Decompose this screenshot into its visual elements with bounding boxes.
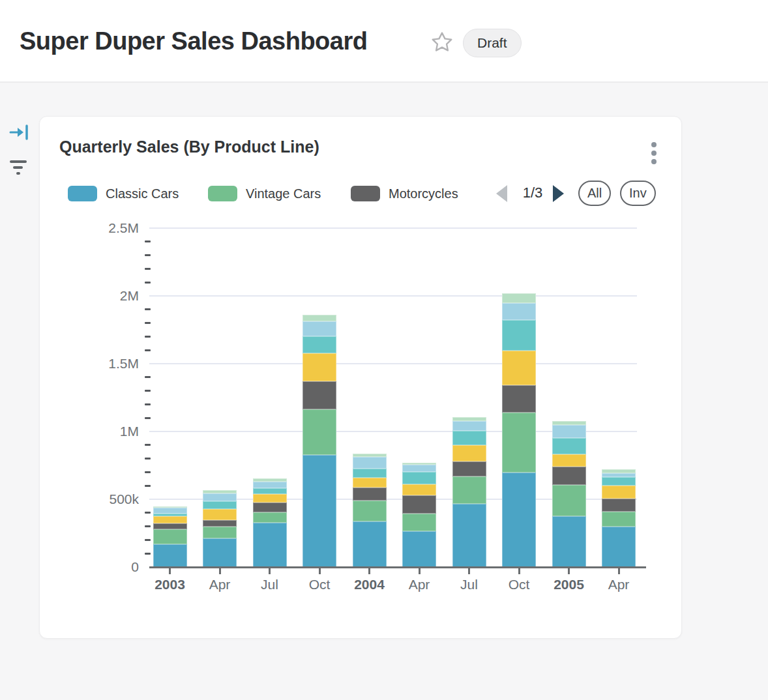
y-axis-label-2M: 2M (79, 288, 139, 304)
y-axis-minor-tick (145, 308, 151, 310)
bar-segment-Vintage Cars-Apr[interactable] (602, 512, 636, 527)
bar-segment-unlabeled (pale green)-Apr[interactable] (402, 463, 436, 465)
bar-segment-unlabeled (teal)-Oct[interactable] (502, 320, 536, 350)
gridline-2.5M (149, 227, 637, 229)
status-badge: Draft (463, 29, 522, 57)
y-axis-label-500k: 500k (79, 491, 139, 507)
bar-segment-unlabeled (teal)-Oct[interactable] (303, 336, 336, 353)
bar-segment-unlabeled (yellow)-Jul[interactable] (452, 445, 486, 461)
y-axis-label-0: 0 (79, 559, 139, 575)
bar-segment-unlabeled (pale green)-2003[interactable] (153, 506, 187, 508)
y-axis-label-1M: 1M (79, 424, 139, 439)
filter-icon[interactable] (7, 158, 30, 179)
bar-segment-unlabeled (teal)-2003[interactable] (153, 514, 187, 516)
bar-segment-Classic Cars-Jul[interactable] (452, 504, 486, 567)
bar-segment-unlabeled (pale green)-2005[interactable] (552, 421, 586, 425)
bar-segment-Classic Cars-Apr[interactable] (602, 527, 636, 567)
bar-segment-unlabeled (light blue)-Apr[interactable] (602, 473, 636, 477)
y-axis-minor-tick (145, 444, 151, 446)
bar-segment-Vintage Cars-2003[interactable] (153, 529, 187, 544)
bar-segment-Vintage Cars-2004[interactable] (353, 501, 387, 521)
bar-segment-unlabeled (teal)-Jul[interactable] (452, 431, 486, 445)
bar-segment-unlabeled (light blue)-Oct[interactable] (303, 321, 336, 336)
bar-segment-unlabeled (light blue)-2003[interactable] (153, 508, 187, 514)
page-header: Super Duper Sales Dashboard Draft (0, 0, 768, 83)
bar-segment-Classic Cars-Oct[interactable] (502, 473, 536, 567)
bar-segment-Vintage Cars-2005[interactable] (552, 485, 586, 516)
x-axis-tick (269, 568, 271, 574)
bar-segment-unlabeled (light blue)-Jul[interactable] (452, 421, 486, 430)
bar-segment-unlabeled (pale green)-Jul[interactable] (253, 478, 287, 482)
bar-segment-Motorcycles-Apr[interactable] (402, 495, 436, 514)
bar-segment-Motorcycles-Apr[interactable] (602, 499, 636, 512)
bar-segment-Classic Cars-Apr[interactable] (402, 531, 436, 567)
bar-segment-Motorcycles-2003[interactable] (153, 523, 187, 529)
y-axis-minor-tick (145, 471, 151, 473)
bar-segment-unlabeled (light blue)-Apr[interactable] (203, 493, 237, 501)
y-axis-minor-tick (145, 282, 151, 284)
bar-segment-unlabeled (pale green)-Apr[interactable] (602, 469, 636, 473)
bar-segment-Classic Cars-2005[interactable] (552, 516, 586, 567)
bar-segment-Vintage Cars-Oct[interactable] (502, 413, 536, 473)
bar-segment-Motorcycles-Jul[interactable] (253, 503, 287, 512)
bar-segment-Vintage Cars-Apr[interactable] (203, 527, 237, 539)
bar-segment-unlabeled (pale green)-2004[interactable] (353, 454, 387, 457)
bar-segment-unlabeled (yellow)-Apr[interactable] (602, 486, 636, 499)
y-axis-minor-tick (145, 390, 151, 392)
bar-segment-Classic Cars-Oct[interactable] (303, 455, 336, 567)
bar-segment-unlabeled (yellow)-2003[interactable] (153, 516, 187, 523)
y-axis-minor-tick (145, 254, 151, 256)
collapse-panel-icon[interactable] (8, 123, 31, 143)
bar-segment-unlabeled (pale green)-Jul[interactable] (452, 417, 486, 422)
bar-segment-Motorcycles-2004[interactable] (353, 488, 387, 500)
star-outline-icon (430, 31, 454, 54)
y-axis-minor-tick (145, 241, 151, 242)
y-axis-minor-tick (145, 525, 151, 527)
bar-segment-unlabeled (yellow)-Apr[interactable] (203, 509, 237, 521)
bar-segment-unlabeled (teal)-Jul[interactable] (253, 488, 287, 495)
bar-segment-unlabeled (pale green)-Oct[interactable] (303, 315, 336, 321)
y-axis-minor-tick (145, 336, 151, 338)
bar-segment-Classic Cars-2004[interactable] (353, 521, 387, 567)
bar-segment-Motorcycles-2005[interactable] (552, 467, 586, 485)
bar-segment-Vintage Cars-Apr[interactable] (402, 514, 436, 531)
y-axis-minor-tick (145, 485, 151, 487)
bar-segment-Classic Cars-Apr[interactable] (203, 538, 237, 567)
bar-segment-Vintage Cars-Jul[interactable] (253, 512, 287, 523)
favorite-star-button[interactable] (429, 30, 455, 56)
y-axis-label-1.5M: 1.5M (79, 356, 139, 372)
bar-segment-unlabeled (teal)-Apr[interactable] (602, 477, 636, 486)
bar-segment-unlabeled (teal)-Apr[interactable] (402, 472, 436, 484)
bar-segment-Motorcycles-Apr[interactable] (203, 520, 237, 526)
bar-segment-unlabeled (light blue)-2004[interactable] (353, 457, 387, 469)
bar-segment-unlabeled (yellow)-2004[interactable] (353, 478, 387, 488)
x-axis-tick (618, 568, 620, 574)
bar-segment-unlabeled (yellow)-Jul[interactable] (253, 494, 287, 502)
bar-segment-Vintage Cars-Jul[interactable] (452, 476, 486, 504)
y-axis-minor-tick (145, 349, 151, 351)
bar-segment-Motorcycles-Oct[interactable] (303, 381, 336, 409)
bar-segment-unlabeled (light blue)-2005[interactable] (552, 425, 586, 438)
bar-segment-Motorcycles-Oct[interactable] (502, 385, 536, 413)
stacked-bar-chart: 0500k1M1.5M2M2.5M2003AprJulOct2004AprJul… (40, 117, 683, 639)
bar-segment-unlabeled (light blue)-Apr[interactable] (402, 465, 436, 472)
bar-segment-unlabeled (pale green)-Apr[interactable] (203, 490, 237, 493)
bar-segment-unlabeled (teal)-2004[interactable] (353, 469, 387, 478)
bar-segment-unlabeled (yellow)-2005[interactable] (552, 454, 586, 467)
page-title: Super Duper Sales Dashboard (20, 27, 367, 55)
bar-segment-Classic Cars-Jul[interactable] (253, 523, 287, 567)
y-axis-minor-tick (145, 376, 151, 378)
bar-segment-unlabeled (light blue)-Oct[interactable] (502, 303, 536, 321)
bar-segment-unlabeled (light blue)-Jul[interactable] (253, 482, 287, 488)
bar-segment-unlabeled (yellow)-Oct[interactable] (502, 351, 536, 385)
bar-segment-unlabeled (teal)-Apr[interactable] (203, 501, 237, 509)
bar-segment-unlabeled (pale green)-Oct[interactable] (502, 293, 536, 302)
bar-segment-unlabeled (yellow)-Apr[interactable] (402, 484, 436, 495)
bar-segment-Motorcycles-Jul[interactable] (452, 461, 486, 477)
bar-segment-Classic Cars-2003[interactable] (153, 544, 187, 567)
bar-segment-unlabeled (yellow)-Oct[interactable] (303, 353, 336, 381)
bar-segment-unlabeled (teal)-2005[interactable] (552, 438, 586, 454)
bar-segment-Vintage Cars-Oct[interactable] (303, 409, 336, 454)
y-axis-minor-tick (145, 539, 151, 541)
y-axis-minor-tick (145, 268, 151, 270)
